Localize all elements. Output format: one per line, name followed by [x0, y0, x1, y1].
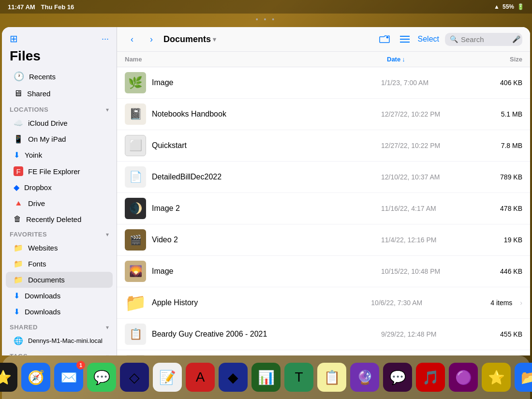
svg-point-0 [386, 36, 389, 39]
dock-item-numbers[interactable]: 📊 [251, 363, 281, 392]
file-size: 789 KB [484, 173, 522, 181]
sidebar-more-icon[interactable]: ··· [102, 34, 109, 44]
search-bar[interactable]: 🔍 🎤 [445, 33, 522, 46]
sidebar: ⊞ ··· Files 🕐 Recents 🖥 Shared Locations… [2, 27, 117, 355]
sidebar-item-documents[interactable]: 📁 Documents [6, 272, 113, 288]
dock-item-safari[interactable]: 🧭 [21, 363, 50, 392]
forward-button[interactable]: › [144, 32, 159, 46]
file-date: 11/4/22, 12:16 PM [381, 236, 478, 244]
battery-percent: 55% [502, 3, 514, 10]
ipad-icon: 📱 [14, 134, 23, 144]
drive-label: Drive [28, 199, 45, 207]
sidebar-item-icloud[interactable]: ☁️ iCloud Drive [6, 115, 113, 131]
dock-item-mail[interactable]: ✉️1 [54, 363, 83, 392]
file-row[interactable]: 🎬 Video 2 11/4/22, 12:16 PM 19 KB [117, 224, 530, 256]
file-thumbnail: 📋 [125, 324, 146, 345]
dock-item-files[interactable]: 📂 [515, 363, 532, 392]
websites-label: Websites [28, 244, 58, 252]
dock-item-codeedit[interactable]: ◇ [120, 363, 149, 392]
file-name: Apple History [152, 298, 365, 307]
file-name: Image 2 [152, 204, 375, 213]
file-row[interactable]: 🌄 Image 10/15/22, 10:48 PM 446 KB [117, 256, 530, 287]
file-thumbnail: 🌿 [125, 72, 146, 93]
sidebar-item-mac-mini[interactable]: 🌐 Dennys-M1-Mac-mini.local [6, 333, 113, 349]
ipad-label: On My iPad [28, 135, 66, 143]
icloud-icon: ☁️ [14, 118, 23, 128]
file-row[interactable]: 🌿 Image 1/1/23, 7:00 AM 406 KB [117, 67, 530, 99]
file-row[interactable]: 📋 Beardy Guy Creative Date Sorted 9/29/2… [117, 350, 530, 355]
file-size: 7.8 MB [484, 142, 522, 149]
favorites-chevron: ▾ [106, 231, 109, 238]
status-bar-right: ▲ 55% 🔋 [494, 3, 524, 10]
sidebar-item-ipad[interactable]: 📱 On My iPad [6, 131, 113, 147]
tags-section-header[interactable]: Tags ▾ [2, 349, 117, 355]
window-controls-dots: • • • [0, 14, 532, 25]
shared-section-header[interactable]: Shared ▾ [2, 320, 117, 333]
dock-item-stick[interactable]: ⭐ [482, 363, 511, 392]
status-time: 11:47 AM [8, 3, 35, 11]
files-window: ⊞ ··· Files 🕐 Recents 🖥 Shared Locations… [2, 27, 530, 355]
trash-icon: 🗑 [14, 215, 21, 223]
breadcrumb-chevron: ▾ [213, 36, 216, 43]
dock-item-notes[interactable]: 📋 [317, 363, 346, 392]
mac-mini-label: Dennys-M1-Mac-mini.local [28, 337, 103, 344]
file-date: 12/27/22, 10:22 PM [381, 110, 478, 118]
list-view-button[interactable] [398, 32, 412, 46]
sidebar-item-fe[interactable]: F FE File Explorer [6, 163, 113, 179]
dock-item-reeder[interactable]: ⭐ [0, 363, 17, 392]
sidebar-item-dropbox[interactable]: ◆ Dropbox [6, 179, 113, 195]
dock-item-creativespace[interactable]: 🟣 [449, 363, 478, 392]
microphone-icon[interactable]: 🎤 [512, 35, 520, 43]
sidebar-item-recently-deleted[interactable]: 🗑 Recently Deleted [6, 211, 113, 227]
sidebar-item-recents[interactable]: 🕐 Recents [6, 68, 113, 85]
dock-item-slack[interactable]: 💬 [383, 363, 412, 392]
dock-item-mindnode[interactable]: 🔮 [350, 363, 379, 392]
sidebar-toggle-icon[interactable]: ⊞ [10, 33, 18, 44]
dock-item-music[interactable]: 🎵 [416, 363, 445, 392]
dropbox-icon: ◆ [14, 183, 19, 192]
file-name: Image [152, 267, 375, 276]
locations-section-label: Locations [10, 106, 48, 113]
file-row[interactable]: ⬜ Quickstart 12/27/22, 10:22 PM 7.8 MB [117, 130, 530, 162]
favorites-section-header[interactable]: Favorites ▾ [2, 227, 117, 240]
sidebar-item-downloads-2[interactable]: ⬇ Downloads [6, 304, 113, 320]
sidebar-item-fonts[interactable]: 📁 Fonts [6, 256, 113, 272]
select-button[interactable]: Select [418, 35, 439, 44]
sidebar-header: ⊞ ··· [2, 27, 117, 46]
file-thumbnail: 🌄 [125, 261, 146, 282]
file-date: 10/15/22, 10:48 PM [381, 267, 478, 275]
back-button[interactable]: ‹ [125, 32, 139, 46]
folder-share-button[interactable] [377, 32, 392, 46]
downloads2-label: Downloads [25, 308, 60, 316]
file-row[interactable]: 📋 Beardy Guy Creative 2006 - 2021 9/29/2… [117, 319, 530, 350]
search-input[interactable] [461, 35, 509, 44]
sidebar-item-websites[interactable]: 📁 Websites [6, 240, 113, 256]
col-name-header[interactable]: Name [125, 56, 387, 63]
file-row[interactable]: 📁 Apple History 10/6/22, 7:30 AM 4 items… [117, 287, 530, 319]
documents-icon: 📁 [14, 275, 23, 284]
downloads1-icon: ⬇ [14, 291, 20, 300]
sidebar-item-shared-top[interactable]: 🖥 Shared [6, 85, 113, 102]
file-size: 406 KB [484, 79, 522, 87]
file-row[interactable]: 📄 DetailedBillDec2022 12/10/22, 10:37 AM… [117, 162, 530, 193]
sidebar-item-downloads-1[interactable]: ⬇ Downloads [6, 288, 113, 304]
col-size-header[interactable]: Size [484, 56, 522, 63]
file-row[interactable]: 🌒 Image 2 11/16/22, 4:17 AM 478 KB [117, 193, 530, 224]
file-thumbnail: 📁 [125, 292, 146, 313]
dock-item-writer[interactable]: 📝 [153, 363, 182, 392]
dock-item-messages[interactable]: 💬 [87, 363, 116, 392]
dock-item-affinity[interactable]: A [186, 363, 215, 392]
sidebar-item-yoink[interactable]: ⬇ Yoink [6, 147, 113, 163]
battery-icon: 🔋 [517, 3, 524, 10]
file-row[interactable]: 📓 Notebooks Handbook 12/27/22, 10:22 PM … [117, 99, 530, 130]
sidebar-item-drive[interactable]: 🔺 Drive [6, 195, 113, 211]
documents-label: Documents [28, 276, 65, 284]
file-name: Image [152, 78, 375, 87]
shared-section-label: Shared [10, 324, 38, 331]
col-date-header[interactable]: Date ↓ [387, 56, 484, 63]
file-name: Video 2 [152, 236, 375, 244]
dock-item-affinity2[interactable]: ◆ [219, 363, 248, 392]
locations-section-header[interactable]: Locations ▾ [2, 102, 117, 115]
dock-item-typora[interactable]: T [284, 363, 313, 392]
locations-chevron: ▾ [106, 106, 109, 113]
